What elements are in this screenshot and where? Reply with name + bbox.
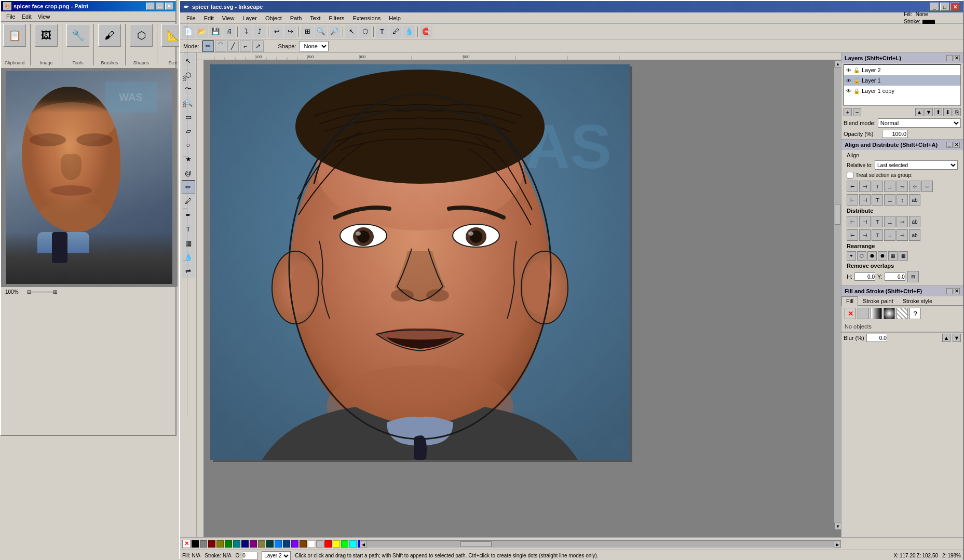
opacity-input[interactable] [882, 130, 908, 138]
dist-btn-3[interactable]: ⊤ [872, 216, 883, 227]
dist-btn-6[interactable]: ab [909, 216, 920, 227]
inkscape-minimize-button[interactable]: _ [930, 3, 939, 11]
rearrange-btn-5[interactable]: ▦ [888, 251, 898, 261]
rearrange-btn-2[interactable]: ⬡ [857, 251, 866, 261]
fill-flat-button[interactable] [858, 308, 869, 319]
layer-item-layer1[interactable]: 👁 🔓 Layer 1 [844, 75, 960, 86]
h-input[interactable] [854, 272, 875, 281]
align-minimize-button[interactable]: _ [946, 142, 953, 148]
color-swatch-blue[interactable] [275, 540, 282, 548]
paint-menu-edit[interactable]: Edit [19, 12, 35, 21]
toolbar-undo-button[interactable]: ↩ [270, 25, 283, 38]
paint-brushes-button[interactable]: 🖌 [98, 24, 121, 47]
color-swatch-darkyellow[interactable] [258, 540, 265, 548]
mode-btn-paraxial[interactable]: ⌐ [240, 40, 251, 52]
dist-btn-1[interactable]: ⊢ [847, 216, 858, 227]
fill-stroke-panel-header[interactable]: Fill and Stroke (Shift+Ctrl+F) _ ✕ [841, 286, 963, 296]
paint-clipboard-button[interactable]: 📋 [3, 24, 26, 47]
toolbar-zoom-in-button[interactable]: 🔍 [315, 25, 327, 38]
color-swatch-teal[interactable] [233, 540, 240, 548]
inkscape-menu-text[interactable]: Text [306, 14, 324, 22]
paint-image-button[interactable]: 🖼 [35, 24, 58, 47]
rearrange-btn-3[interactable]: ⬢ [867, 251, 877, 261]
dist-btn-4[interactable]: ⊥ [884, 216, 895, 227]
vscroll-thumb[interactable] [835, 204, 840, 225]
color-swatch-gray[interactable] [200, 540, 207, 548]
remove-overlaps-button[interactable]: ⊞ [907, 271, 919, 282]
fill-none-button[interactable]: ✕ [845, 308, 856, 319]
dist-btn-r3[interactable]: ⊤ [872, 229, 883, 241]
align-left-edges-button[interactable]: ⊢ [847, 181, 858, 192]
layer-move-to-bottom-button[interactable]: ⬇ [943, 108, 952, 116]
layers-panel-header[interactable]: Layers (Shift+Ctrl+L) _ ✕ [841, 53, 963, 63]
align-btn-r3[interactable]: ⊤ [872, 194, 883, 206]
vscroll-track[interactable] [834, 67, 841, 523]
dist-btn-r5[interactable]: ⊸ [897, 229, 908, 241]
color-swatch-olive[interactable] [216, 540, 224, 548]
layer1-lock-icon[interactable]: 🔓 [853, 78, 860, 84]
paint-shapes-button[interactable]: ⬡ [130, 24, 153, 47]
paint-menu-file[interactable]: File [3, 12, 19, 21]
treat-as-group-checkbox[interactable] [847, 172, 853, 179]
shape-dropdown[interactable]: None [299, 41, 329, 51]
color-swatch-darkred[interactable] [208, 540, 215, 548]
color-swatch-darkblue[interactable] [283, 540, 290, 548]
inkscape-canvas[interactable]: WAS [204, 60, 841, 537]
status-object-input[interactable] [242, 552, 257, 560]
toolbar-select-button[interactable]: ↖ [345, 25, 358, 38]
toolbar-export-button[interactable]: ⤴ [253, 25, 266, 38]
color-swatch-violet[interactable] [291, 540, 298, 548]
color-swatch-purple[interactable] [250, 540, 257, 548]
layer-duplicate-button[interactable]: ⎘ [953, 108, 961, 116]
layer1-visibility-icon[interactable]: 👁 [846, 78, 851, 84]
layer-remove-button[interactable]: − [853, 108, 861, 116]
blend-mode-dropdown[interactable]: Normal [878, 118, 961, 128]
rearrange-btn-6[interactable]: ▩ [899, 251, 908, 261]
align-btn-r2[interactable]: ⊣ [859, 194, 871, 206]
fillstroke-close-button[interactable]: ✕ [954, 288, 960, 294]
align-bottom-edges-button[interactable]: ⊹ [909, 181, 920, 192]
v-input[interactable] [885, 272, 905, 281]
dist-btn-r6[interactable]: ab [909, 229, 920, 241]
inkscape-menu-filters[interactable]: Filters [325, 14, 349, 22]
toolbar-node-button[interactable]: ⬡ [359, 25, 371, 38]
paint-menu-view[interactable]: View [35, 12, 53, 21]
dist-btn-5[interactable]: ⊸ [897, 216, 908, 227]
toolbar-dropper-button[interactable]: 💧 [403, 25, 415, 38]
paint-minimize-button[interactable]: _ [146, 3, 155, 10]
align-btn-r4[interactable]: ⊥ [884, 194, 895, 206]
inkscape-restore-button[interactable]: □ [940, 3, 949, 11]
layer1copy-visibility-icon[interactable]: 👁 [846, 88, 851, 94]
rearrange-btn-1[interactable]: ✦ [847, 251, 856, 261]
mode-btn-bspline[interactable]: ⌒ [215, 40, 226, 52]
layers-close-button[interactable]: ✕ [954, 55, 960, 61]
dist-btn-r4[interactable]: ⊥ [884, 229, 895, 241]
fillstroke-minimize-button[interactable]: _ [946, 288, 953, 294]
layer-add-button[interactable]: + [844, 108, 852, 116]
blur-stepper-down[interactable]: ▼ [953, 334, 961, 342]
layers-list[interactable]: 👁 🔓 Layer 2 👁 🔓 Layer 1 👁 🔒 Layer 1 copy [844, 64, 961, 106]
inkscape-menu-view[interactable]: View [218, 14, 239, 22]
paint-zoom-slider[interactable]: ⊟──────⊞ [27, 289, 58, 295]
align-btn-r5[interactable]: ↕ [897, 194, 908, 206]
vscroll-down-button[interactable]: ▼ [834, 523, 841, 530]
mode-btn-last[interactable]: ↗ [252, 40, 264, 52]
layer-move-up-button[interactable]: ▲ [915, 108, 924, 116]
align-panel-header[interactable]: Align and Distribute (Shift+Ctrl+A) _ ✕ [841, 140, 963, 150]
align-top-edges-button[interactable]: ⊥ [884, 181, 895, 192]
toolbar-save-button[interactable]: 💾 [209, 25, 222, 38]
inkscape-menu-path[interactable]: Path [286, 14, 306, 22]
canvas-white[interactable]: WAS [210, 64, 630, 460]
align-left-center-button[interactable]: ⊣ [859, 181, 871, 192]
toolbar-print-button[interactable]: 🖨 [223, 25, 235, 38]
toolbar-text-button[interactable]: T [376, 25, 388, 38]
inkscape-menu-layer[interactable]: Layer [238, 14, 261, 22]
layer-item-layer2[interactable]: 👁 🔓 Layer 2 [844, 65, 960, 75]
color-swatch-navy[interactable] [241, 540, 249, 548]
dist-btn-2[interactable]: ⊣ [859, 216, 871, 227]
color-swatch-darkteal[interactable] [266, 540, 274, 548]
paint-restore-button[interactable]: □ [156, 3, 164, 10]
dist-btn-r1[interactable]: ⊢ [847, 229, 858, 241]
color-swatch-red[interactable] [324, 540, 332, 548]
align-close-button[interactable]: ✕ [954, 142, 960, 148]
